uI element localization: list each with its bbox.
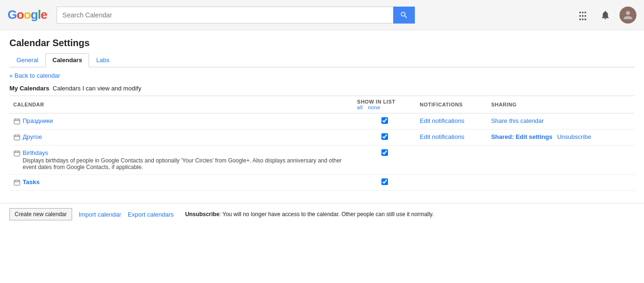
calendar-name-cell: BirthdaysDisplays birthdays of people in… bbox=[9, 146, 353, 175]
export-calendars-link[interactable]: Export calendars bbox=[128, 211, 174, 218]
section-subtitle: Calendars I can view and modify bbox=[53, 85, 141, 92]
tab-general[interactable]: General bbox=[9, 53, 45, 67]
calendar-name-link[interactable]: Tasks bbox=[23, 178, 40, 186]
edit-notifications-link[interactable]: Edit notifications bbox=[420, 133, 464, 140]
header-icons bbox=[574, 7, 636, 24]
table-row: ПраздникиEdit notificationsShare this ca… bbox=[9, 113, 635, 129]
calendar-grid-icon bbox=[13, 149, 23, 157]
footer-note-text: : You will no longer have access to the … bbox=[219, 211, 434, 218]
calendar-grid-icon bbox=[13, 133, 23, 141]
sharing-cell: Shared: Edit settingsUnsubscribe bbox=[487, 129, 635, 146]
show-none-link[interactable]: none bbox=[368, 105, 380, 110]
tab-calendars[interactable]: Calendars bbox=[45, 53, 89, 67]
table-row: ДругоеEdit notificationsShared: Edit set… bbox=[9, 129, 635, 146]
col-header-show: SHOW IN LIST all none bbox=[353, 96, 416, 113]
calendar-name-cell: Другое bbox=[9, 129, 353, 146]
show-in-list-checkbox[interactable] bbox=[381, 178, 388, 185]
footer-note: Unsubscribe: You will no longer have acc… bbox=[185, 211, 434, 218]
tabs-container: General Calendars Labs bbox=[9, 53, 635, 67]
calendar-name-cell: Tasks bbox=[9, 175, 353, 191]
user-avatar[interactable] bbox=[619, 7, 636, 24]
calendar-grid-icon bbox=[13, 117, 23, 125]
notifications-cell bbox=[416, 175, 487, 191]
svg-rect-4 bbox=[14, 135, 20, 140]
show-all-link[interactable]: all bbox=[357, 105, 363, 110]
svg-rect-12 bbox=[14, 180, 20, 185]
sharing-cell bbox=[487, 175, 635, 191]
back-to-calendar-link[interactable]: « Back to calendar bbox=[9, 72, 635, 79]
app-header: Google bbox=[0, 0, 644, 30]
apps-grid-icon[interactable] bbox=[574, 7, 591, 24]
sharing-link[interactable]: Share this calendar bbox=[491, 117, 544, 124]
calendars-table: CALENDAR SHOW IN LIST all none NOTIFICAT… bbox=[9, 96, 635, 191]
search-button[interactable] bbox=[393, 7, 415, 24]
notifications-bell-icon[interactable] bbox=[597, 7, 614, 24]
table-row: Tasks bbox=[9, 175, 635, 191]
show-in-list-checkbox[interactable] bbox=[381, 117, 388, 124]
calendar-description: Displays birthdays of people in Google C… bbox=[23, 157, 349, 170]
footer-note-bold: Unsubscribe bbox=[185, 211, 220, 218]
col-header-calendar: CALENDAR bbox=[9, 96, 353, 113]
tab-labs[interactable]: Labs bbox=[89, 53, 116, 67]
sharing-cell bbox=[487, 146, 635, 175]
google-logo[interactable]: Google bbox=[8, 8, 47, 22]
notifications-cell bbox=[416, 146, 487, 175]
sharing-link[interactable]: Shared: Edit settings bbox=[491, 133, 553, 140]
unsubscribe-link[interactable]: Unsubscribe bbox=[557, 133, 591, 140]
show-in-list-cell bbox=[353, 113, 416, 129]
page-title: Calendar Settings bbox=[9, 38, 635, 49]
search-container bbox=[57, 7, 415, 24]
show-in-list-checkbox[interactable] bbox=[381, 133, 388, 140]
footer-bar: Create new calendar Import calendar Expo… bbox=[0, 203, 644, 225]
section-header: My Calendars Calendars I can view and mo… bbox=[9, 85, 635, 92]
sharing-cell: Share this calendar bbox=[487, 113, 635, 129]
show-in-list-cell bbox=[353, 129, 416, 146]
show-in-list-checkbox[interactable] bbox=[381, 149, 388, 156]
notifications-cell: Edit notifications bbox=[416, 129, 487, 146]
search-icon bbox=[400, 11, 408, 19]
calendar-rows: ПраздникиEdit notificationsShare this ca… bbox=[9, 113, 635, 191]
calendar-name-link[interactable]: Birthdays bbox=[23, 149, 48, 156]
svg-rect-0 bbox=[14, 119, 20, 124]
calendar-name-link[interactable]: Праздники bbox=[23, 117, 53, 124]
calendar-name-link[interactable]: Другое bbox=[23, 133, 42, 140]
table-row: BirthdaysDisplays birthdays of people in… bbox=[9, 146, 635, 175]
svg-rect-8 bbox=[14, 151, 20, 156]
col-header-sharing: SHARING bbox=[487, 96, 635, 113]
edit-notifications-link[interactable]: Edit notifications bbox=[420, 117, 464, 124]
main-content: Calendar Settings General Calendars Labs… bbox=[0, 30, 644, 198]
show-in-list-cell bbox=[353, 175, 416, 191]
calendar-name-cell: Праздники bbox=[9, 113, 353, 129]
show-in-list-cell bbox=[353, 146, 416, 175]
calendar-grid-icon bbox=[13, 178, 23, 186]
create-new-calendar-button[interactable]: Create new calendar bbox=[9, 208, 72, 220]
col-header-notifications: NOTIFICATIONS bbox=[416, 96, 487, 113]
section-title: My Calendars bbox=[9, 85, 50, 92]
notifications-cell: Edit notifications bbox=[416, 113, 487, 129]
search-input[interactable] bbox=[57, 7, 393, 24]
import-calendar-link[interactable]: Import calendar bbox=[79, 211, 121, 218]
